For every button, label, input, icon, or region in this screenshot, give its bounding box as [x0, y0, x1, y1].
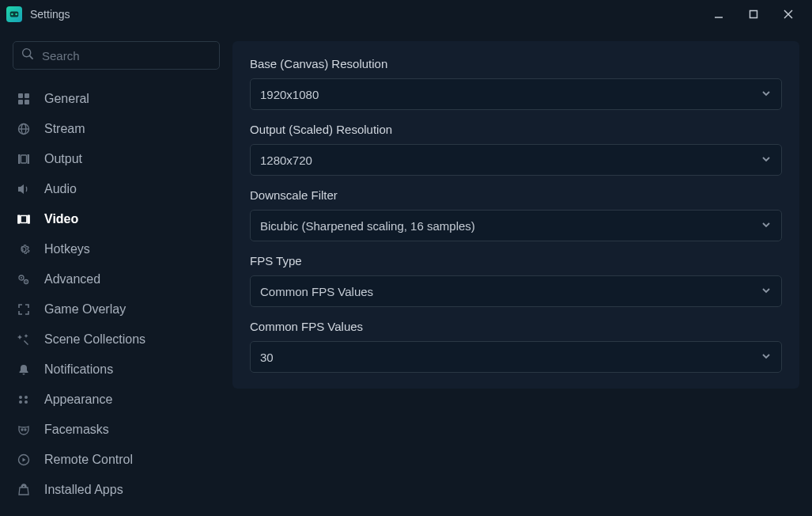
- svg-rect-15: [28, 154, 30, 164]
- sidebar-item-label: Installed Apps: [44, 483, 123, 497]
- field-downscale-filter: Downscale Filter Bicubic (Sharpened scal…: [250, 188, 782, 241]
- svg-rect-17: [17, 214, 20, 223]
- select-wrapper: Bicubic (Sharpened scaling, 16 samples): [250, 210, 782, 241]
- sidebar-item-label: Remote Control: [44, 453, 133, 467]
- svg-point-1: [11, 13, 13, 16]
- field-output-resolution: Output (Scaled) Resolution 1280x720: [250, 123, 782, 176]
- minimize-button[interactable]: [701, 0, 736, 28]
- gear-icon: [16, 241, 32, 257]
- play-circle-icon: [16, 452, 32, 468]
- sidebar-item-hotkeys[interactable]: Hotkeys: [13, 234, 220, 264]
- volume-icon: [16, 181, 32, 197]
- sidebar-item-output[interactable]: Output: [13, 144, 220, 174]
- fps-type-label: FPS Type: [250, 254, 782, 267]
- select-wrapper: Common FPS Values: [250, 275, 782, 307]
- svg-point-22: [21, 277, 22, 279]
- sidebar-item-label: Audio: [44, 182, 77, 196]
- bag-icon: [16, 482, 32, 498]
- svg-rect-4: [750, 11, 757, 18]
- titlebar-left: Settings: [6, 6, 701, 22]
- select-wrapper: 1280x720: [250, 144, 782, 176]
- common-fps-select[interactable]: 30: [250, 341, 782, 373]
- globe-icon: [16, 121, 32, 137]
- sidebar-item-scene-collections[interactable]: Scene Collections: [13, 324, 220, 355]
- window-controls: [701, 0, 806, 28]
- search-wrapper: [13, 41, 220, 70]
- sidebar-item-appearance[interactable]: Appearance: [13, 385, 220, 415]
- sidebar: General Stream Output: [13, 41, 220, 505]
- magic-icon: [16, 332, 32, 347]
- select-wrapper: 30: [250, 341, 782, 373]
- svg-rect-8: [25, 93, 29, 98]
- search-input[interactable]: [13, 41, 220, 70]
- output-resolution-label: Output (Scaled) Resolution: [250, 123, 782, 136]
- minimize-icon: [713, 9, 724, 20]
- bell-icon: [16, 362, 32, 378]
- sidebar-item-advanced[interactable]: Advanced: [13, 264, 220, 294]
- main-content: Base (Canvas) Resolution 1920x1080 Outpu…: [232, 41, 799, 505]
- sidebar-item-label: Scene Collections: [44, 332, 145, 347]
- sidebar-item-label: Facemasks: [44, 423, 109, 437]
- sidebar-item-facemasks[interactable]: Facemasks: [13, 415, 220, 445]
- svg-point-25: [25, 396, 28, 399]
- grid-icon: [16, 91, 32, 107]
- sidebar-item-label: Video: [44, 212, 78, 226]
- mask-icon: [16, 422, 32, 438]
- field-common-fps: Common FPS Values 30: [250, 320, 782, 373]
- select-wrapper: 1920x1080: [250, 78, 782, 110]
- svg-point-27: [25, 400, 28, 404]
- svg-rect-9: [18, 100, 23, 104]
- common-fps-label: Common FPS Values: [250, 320, 782, 333]
- svg-rect-14: [18, 154, 21, 164]
- close-button[interactable]: [771, 0, 806, 28]
- window-body: General Stream Output: [0, 28, 812, 516]
- sidebar-item-label: General: [44, 92, 89, 106]
- sidebar-item-stream[interactable]: Stream: [13, 114, 220, 144]
- sidebar-item-video[interactable]: Video: [13, 204, 220, 234]
- video-icon: [16, 211, 32, 227]
- output-resolution-select[interactable]: 1280x720: [250, 144, 782, 176]
- settings-nav: General Stream Output: [13, 84, 220, 505]
- sidebar-item-label: Hotkeys: [44, 242, 90, 256]
- field-base-resolution: Base (Canvas) Resolution 1920x1080: [250, 57, 782, 110]
- maximize-button[interactable]: [736, 0, 771, 28]
- svg-point-2: [15, 13, 17, 16]
- base-resolution-label: Base (Canvas) Resolution: [250, 57, 782, 70]
- video-settings-panel: Base (Canvas) Resolution 1920x1080 Outpu…: [232, 41, 799, 389]
- svg-rect-18: [28, 214, 30, 223]
- sidebar-item-label: Advanced: [44, 272, 100, 286]
- sidebar-item-label: Appearance: [44, 393, 112, 407]
- app-icon: [6, 6, 22, 22]
- svg-rect-10: [25, 100, 29, 104]
- svg-point-26: [19, 400, 22, 404]
- titlebar: Settings: [0, 0, 812, 28]
- svg-point-24: [19, 396, 22, 399]
- sidebar-item-audio[interactable]: Audio: [13, 174, 220, 204]
- settings-window: Settings: [0, 0, 812, 516]
- search-icon: [22, 48, 33, 63]
- gears-icon: [16, 271, 32, 287]
- sidebar-item-game-overlay[interactable]: Game Overlay: [13, 294, 220, 324]
- fps-type-select[interactable]: Common FPS Values: [250, 275, 782, 307]
- sidebar-item-label: Output: [44, 152, 82, 166]
- sidebar-item-installed-apps[interactable]: Installed Apps: [13, 475, 220, 505]
- sidebar-item-remote-control[interactable]: Remote Control: [13, 445, 220, 475]
- maximize-icon: [748, 9, 759, 20]
- svg-rect-7: [18, 93, 23, 98]
- svg-point-23: [25, 281, 27, 283]
- sidebar-item-label: Notifications: [44, 362, 113, 377]
- svg-rect-16: [21, 155, 27, 163]
- sidebar-item-label: Game Overlay: [44, 302, 126, 317]
- base-resolution-select[interactable]: 1920x1080: [250, 78, 782, 110]
- window-title: Settings: [30, 8, 70, 21]
- sidebar-item-notifications[interactable]: Notifications: [13, 355, 220, 385]
- downscale-filter-select[interactable]: Bicubic (Sharpened scaling, 16 samples): [250, 210, 782, 241]
- expand-icon: [16, 302, 32, 317]
- palette-icon: [16, 392, 32, 408]
- sidebar-item-general[interactable]: General: [13, 84, 220, 114]
- film-icon: [16, 151, 32, 167]
- downscale-filter-label: Downscale Filter: [250, 188, 782, 202]
- field-fps-type: FPS Type Common FPS Values: [250, 254, 782, 307]
- sidebar-item-label: Stream: [44, 122, 85, 136]
- close-icon: [783, 9, 794, 20]
